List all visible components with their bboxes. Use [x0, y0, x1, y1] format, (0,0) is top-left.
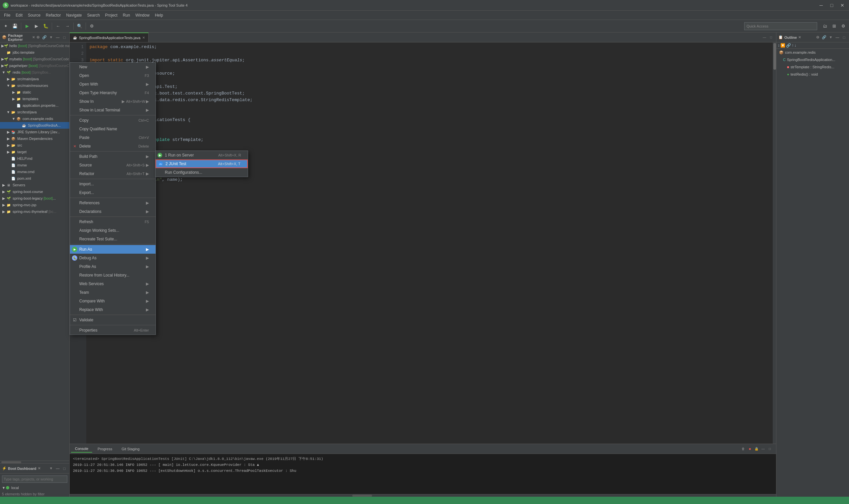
link-editor-icon[interactable]: 🔗: [41, 35, 48, 40]
new-button[interactable]: ✦: [1, 22, 10, 31]
ctx-open-with[interactable]: Open With ▶: [70, 80, 156, 89]
tree-item-sbc[interactable]: ▶ 🌱 spring-boot-course: [0, 188, 69, 195]
ctx-validate[interactable]: ☑ Validate: [70, 316, 156, 324]
console-maximize-icon[interactable]: □: [767, 446, 773, 452]
run-button[interactable]: ▶: [32, 22, 41, 31]
ctx-compare-with[interactable]: Compare With ▶: [70, 297, 156, 305]
ctx-run-as[interactable]: ▶ Run As ▶: [70, 245, 156, 254]
code-content[interactable]: package com.example.redis; import static…: [86, 42, 773, 493]
tree-item-mybatis[interactable]: ▶ 🌱 mybatis [boot] [SpringBootCourseCode…: [0, 56, 69, 62]
editor-maximize-btn[interactable]: □: [768, 35, 774, 40]
console-scroll-lock-icon[interactable]: 🔒: [754, 446, 759, 452]
menu-run[interactable]: Run: [120, 12, 133, 19]
editor-minimize-btn[interactable]: —: [761, 35, 767, 40]
ctx-refactor[interactable]: Refactor Alt+Shift+T ▶: [70, 169, 156, 178]
layout-btn[interactable]: ⊞: [830, 22, 838, 31]
menu-window[interactable]: Window: [133, 12, 152, 19]
outline-close-icon[interactable]: ✕: [798, 35, 801, 39]
tree-item-servers[interactable]: ▶ 🖥 Servers: [0, 182, 69, 188]
junit-test-item[interactable]: Ju 2 JUnit Test Alt+Shift+X, T: [156, 160, 248, 168]
tree-item-smjsp[interactable]: ▶ 📁 spring-mvc-jsp: [0, 202, 69, 208]
boot-search-input[interactable]: [2, 475, 67, 483]
editor-tab-active[interactable]: ☕ SpringBootRedisApplicationTests.java ✕: [70, 33, 149, 42]
tree-item-appprops[interactable]: 📄 application.propertie...: [0, 102, 69, 109]
save-button[interactable]: 💾: [11, 22, 19, 31]
console-tab-progress[interactable]: Progress: [93, 446, 116, 452]
tree-item-pagehelper[interactable]: ▶ 🌱 pagehelper [boot] [SpringBootCourseC…: [0, 62, 69, 69]
ctx-show-terminal[interactable]: Show in Local Terminal ▶: [70, 106, 156, 114]
close-button[interactable]: ✕: [838, 1, 846, 9]
console-stop-icon[interactable]: ■: [747, 446, 753, 452]
menu-project[interactable]: Project: [103, 12, 120, 19]
outline-collapse2-icon[interactable]: ↓: [794, 43, 796, 48]
tree-item-src-main-res[interactable]: ▼ 📂 src/main/resources: [0, 82, 69, 89]
outline-filter-icon[interactable]: 🔽: [780, 43, 785, 48]
ctx-new[interactable]: New ▶: [70, 63, 156, 71]
ctx-show-in[interactable]: Show In ▶ Alt+Shift+W ▶: [70, 97, 156, 106]
ctx-assign-working[interactable]: Assign Working Sets...: [70, 226, 156, 235]
menu-help[interactable]: Help: [152, 12, 166, 19]
menu-source[interactable]: Source: [25, 12, 43, 19]
outline-collapse-icon[interactable]: ⊖: [814, 35, 820, 40]
ctx-web-services[interactable]: Web Services ▶: [70, 280, 156, 288]
ctx-team[interactable]: Team ▶: [70, 288, 156, 297]
console-tab-git[interactable]: Git Staging: [118, 446, 143, 452]
run-on-server-item[interactable]: ▶ 1 Run on Server Alt+Shift+X, R: [156, 151, 248, 160]
tree-item-src-test-java[interactable]: ▼ 📂 src/test/java: [0, 109, 69, 115]
outline-item-method[interactable]: ● testRedis() : void: [776, 71, 849, 78]
ctx-open-type[interactable]: Open Type Hierarchy F4: [70, 89, 156, 97]
ctx-copy[interactable]: Copy Ctrl+C: [70, 116, 156, 125]
console-clear-icon[interactable]: 🗑: [740, 446, 746, 452]
menu-edit[interactable]: Edit: [13, 12, 25, 19]
tree-item-com-example[interactable]: ▼ 📦 com.example.redis: [0, 115, 69, 122]
debug-button[interactable]: 🐛: [41, 22, 50, 31]
editor-tab-close[interactable]: ✕: [142, 36, 145, 39]
menu-refactor[interactable]: Refactor: [43, 12, 64, 19]
ctx-delete[interactable]: ✕ Delete Delete: [70, 142, 156, 150]
pkg-scrollbar-h[interactable]: [0, 461, 69, 463]
tree-item-jdbc[interactable]: 📁 jdbc-template: [0, 49, 69, 56]
outline-expand-icon[interactable]: ↑: [792, 43, 794, 48]
tree-item-src2[interactable]: ▶ 📂 src: [0, 142, 69, 148]
boot-local-item[interactable]: ▼ local: [0, 484, 69, 491]
boot-dashboard-close-icon[interactable]: ✕: [38, 467, 40, 470]
menu-file[interactable]: File: [1, 12, 13, 19]
ctx-refresh[interactable]: Refresh F5: [70, 217, 156, 226]
ctx-profile-as[interactable]: Profile As ▶: [70, 262, 156, 271]
tree-item-redis[interactable]: ▼ 🌱 redis [boot] [SpringBoo...: [0, 69, 69, 76]
tree-item-mvnw[interactable]: 📄 mvnw: [0, 162, 69, 168]
outline-item-package[interactable]: 📦 com.example.redis: [776, 49, 849, 56]
tree-item-target[interactable]: ▶ 📁 target: [0, 148, 69, 155]
ctx-build-path[interactable]: Build Path ▶: [70, 152, 156, 161]
boot-maximize-icon[interactable]: □: [61, 466, 67, 471]
tree-item-hello[interactable]: ▶ 🌱 hello [boot] [SpringBootCourseCode m…: [0, 42, 69, 49]
forward-button[interactable]: →: [63, 22, 72, 31]
ctx-source[interactable]: Source Alt+Shift+S ▶: [70, 161, 156, 169]
ctx-replace-with[interactable]: Replace With ▶: [70, 305, 156, 314]
ctx-declarations[interactable]: Declarations ▶: [70, 207, 156, 216]
ctx-export[interactable]: Export...: [70, 188, 156, 197]
outline-item-class[interactable]: C SpringBootRedisApplication...: [776, 56, 849, 63]
ctx-import[interactable]: Import...: [70, 180, 156, 188]
outline-minimize-icon[interactable]: —: [834, 35, 841, 40]
minimize-button[interactable]: ─: [817, 1, 825, 9]
ctx-copy-qualified[interactable]: Copy Qualified Name: [70, 125, 156, 133]
collapse-all-icon[interactable]: ⊖: [35, 35, 41, 40]
boot-view-menu-icon[interactable]: ▾: [48, 466, 54, 471]
ctx-recreate[interactable]: Recreate Test Suite...: [70, 235, 156, 244]
view-menu-icon[interactable]: ▾: [48, 35, 54, 40]
console-scrollbar-h[interactable]: [70, 494, 776, 497]
console-minimize-icon[interactable]: —: [760, 446, 766, 452]
ctx-references[interactable]: References ▶: [70, 199, 156, 207]
maximize-button[interactable]: □: [828, 1, 836, 9]
editor-scrollbar-v[interactable]: [773, 42, 776, 493]
run-configurations-item[interactable]: Run Configurations...: [156, 168, 248, 177]
run-debug-button[interactable]: ▶: [23, 22, 32, 31]
boot-minimize-icon[interactable]: —: [55, 466, 61, 471]
tree-item-maven[interactable]: ▶ 📦 Maven Dependencies: [0, 135, 69, 142]
tree-item-templates[interactable]: ▶ 📁 templates: [0, 95, 69, 102]
tree-item-src-main-java[interactable]: ▶ 📂 src/main/java: [0, 76, 69, 82]
toolbar-btn5[interactable]: ⚙: [88, 22, 96, 31]
outline-menu-icon[interactable]: ▾: [828, 35, 834, 40]
tree-item-mvnwcmd[interactable]: 📄 mvnw.cmd: [0, 168, 69, 175]
